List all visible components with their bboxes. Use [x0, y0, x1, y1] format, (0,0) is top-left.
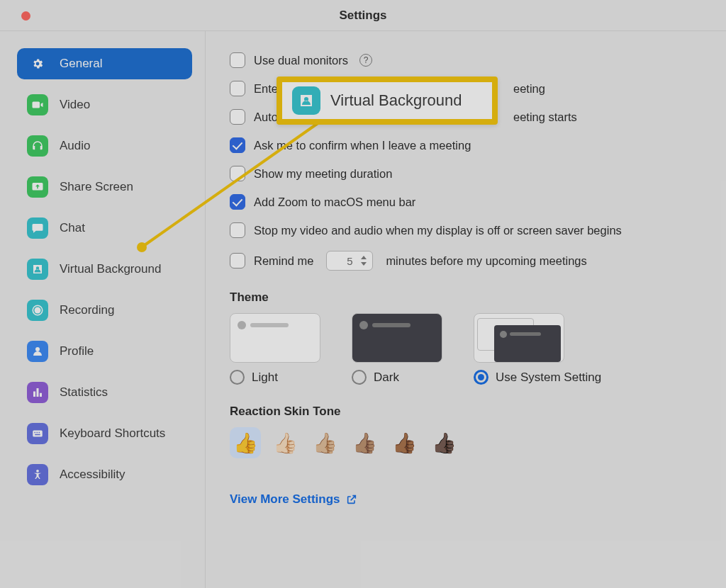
radio-unselected[interactable]	[352, 370, 367, 385]
sidebar-item-label: Statistics	[60, 385, 108, 400]
option-dual-monitors[interactable]: Use dual monitors ?	[230, 52, 702, 68]
theme-option-light[interactable]: Light	[230, 313, 320, 385]
option-label: Stop my video and audio when my display …	[254, 224, 622, 237]
skin-tone-option[interactable]: 👍🏿	[428, 427, 459, 458]
skin-tone-options: 👍 👍🏻 👍🏼 👍🏽 👍🏾 👍🏿	[230, 427, 702, 458]
video-icon	[27, 94, 48, 115]
profile-icon	[27, 341, 48, 362]
theme-thumb-dark	[352, 313, 442, 363]
sidebar-item-label: General	[60, 57, 102, 71]
sidebar-item-chat[interactable]: Chat	[17, 213, 192, 244]
checkbox-unchecked[interactable]	[230, 81, 245, 96]
svg-rect-3	[35, 432, 36, 434]
svg-point-7	[36, 470, 39, 473]
theme-label: Dark	[374, 371, 399, 385]
share-screen-icon	[27, 176, 48, 198]
sidebar-item-label: Accessibility	[60, 468, 125, 482]
sidebar-item-video[interactable]: Video	[17, 89, 192, 120]
checkbox-unchecked[interactable]	[230, 253, 245, 268]
sidebar: General Video Audio Share Screen	[0, 31, 206, 588]
chat-icon	[27, 217, 48, 239]
virtual-background-icon	[292, 86, 320, 115]
skin-tone-option[interactable]: 👍🏽	[349, 427, 380, 458]
callout-label: Virtual Background	[330, 91, 462, 110]
option-stop-video[interactable]: Stop my video and audio when my display …	[230, 222, 702, 238]
close-window-dot[interactable]	[21, 11, 30, 21]
sidebar-item-recording[interactable]: Recording	[17, 295, 192, 326]
option-label-post: minutes before my upcoming meetings	[386, 254, 586, 268]
sidebar-item-label: Chat	[60, 221, 85, 235]
svg-point-0	[35, 307, 41, 314]
sidebar-item-label: Share Screen	[60, 180, 133, 194]
virtual-background-icon	[27, 259, 48, 280]
theme-label: Use System Setting	[496, 371, 601, 385]
keyboard-icon	[27, 423, 48, 444]
svg-rect-5	[39, 432, 40, 434]
external-link-icon	[346, 494, 357, 505]
sidebar-item-label: Recording	[60, 303, 115, 317]
statistics-icon	[27, 382, 48, 403]
callout-virtual-background: Virtual Background	[277, 77, 498, 125]
option-show-duration[interactable]: Show my meeting duration	[230, 166, 702, 181]
option-label: Ask me to confirm when I leave a meeting	[254, 139, 471, 152]
option-label: Ente	[254, 82, 278, 96]
skin-tone-option[interactable]: 👍	[230, 427, 261, 458]
theme-options: Light Dark	[230, 313, 702, 385]
sidebar-item-virtual-background[interactable]: Virtual Background	[17, 254, 192, 285]
headphones-icon	[27, 135, 48, 157]
checkbox-checked[interactable]	[230, 137, 245, 153]
accessibility-icon	[27, 464, 48, 485]
sidebar-item-audio[interactable]: Audio	[17, 130, 192, 162]
option-label: Remind me	[254, 254, 313, 268]
sidebar-item-label: Profile	[60, 344, 94, 358]
sidebar-item-accessibility[interactable]: Accessibility	[17, 459, 192, 490]
sidebar-item-label: Audio	[60, 139, 90, 153]
recording-icon	[27, 300, 48, 321]
gear-icon	[27, 53, 48, 74]
svg-rect-2	[33, 431, 43, 437]
sidebar-item-general[interactable]: General	[17, 48, 192, 79]
theme-thumb-light	[230, 313, 320, 363]
skin-tone-option[interactable]: 👍🏾	[389, 427, 420, 458]
skin-tone-heading: Reaction Skin Tone	[230, 405, 702, 419]
option-label: Auto	[254, 111, 278, 124]
skin-tone-option[interactable]: 👍🏼	[309, 427, 340, 458]
view-more-settings-link[interactable]: View More Settings	[230, 492, 357, 507]
radio-unselected[interactable]	[230, 370, 245, 385]
checkbox-unchecked[interactable]	[230, 166, 245, 181]
settings-window: Settings General Video Audio	[0, 0, 726, 588]
theme-label: Light	[252, 371, 278, 385]
link-label: View More Settings	[230, 492, 340, 507]
theme-option-system[interactable]: Use System Setting	[474, 313, 601, 385]
sidebar-item-keyboard-shortcuts[interactable]: Keyboard Shortcuts	[17, 418, 192, 449]
checkbox-unchecked[interactable]	[230, 222, 245, 238]
radio-selected[interactable]	[474, 370, 488, 385]
option-label: Add Zoom to macOS menu bar	[254, 196, 415, 209]
option-remind-me[interactable]: Remind me 5 minutes before my upcoming m…	[230, 251, 702, 271]
window-title: Settings	[339, 9, 386, 23]
theme-thumb-system	[474, 313, 564, 363]
option-label-tail: eeting starts	[513, 111, 577, 124]
titlebar: Settings	[0, 0, 726, 31]
sidebar-item-profile[interactable]: Profile	[17, 336, 192, 367]
option-menu-bar[interactable]: Add Zoom to macOS menu bar	[230, 194, 702, 210]
sidebar-item-label: Keyboard Shortcuts	[60, 426, 165, 441]
theme-option-dark[interactable]: Dark	[352, 313, 442, 385]
sidebar-item-statistics[interactable]: Statistics	[17, 377, 192, 408]
remind-minutes-stepper[interactable]: 5	[326, 251, 373, 271]
checkbox-unchecked[interactable]	[230, 109, 245, 125]
option-confirm-leave[interactable]: Ask me to confirm when I leave a meeting	[230, 137, 702, 153]
sidebar-item-label: Video	[60, 98, 90, 112]
theme-heading: Theme	[230, 290, 702, 305]
checkbox-unchecked[interactable]	[230, 52, 245, 68]
help-icon[interactable]: ?	[359, 54, 372, 67]
sidebar-item-share-screen[interactable]: Share Screen	[17, 171, 192, 203]
option-label-tail: eeting	[513, 82, 545, 96]
option-label: Use dual monitors	[254, 54, 348, 67]
checkbox-checked[interactable]	[230, 194, 245, 210]
sidebar-item-label: Virtual Background	[60, 262, 161, 276]
svg-rect-6	[35, 434, 40, 436]
skin-tone-option[interactable]: 👍🏻	[269, 427, 301, 458]
option-label: Show my meeting duration	[254, 167, 392, 181]
svg-rect-4	[37, 432, 38, 434]
